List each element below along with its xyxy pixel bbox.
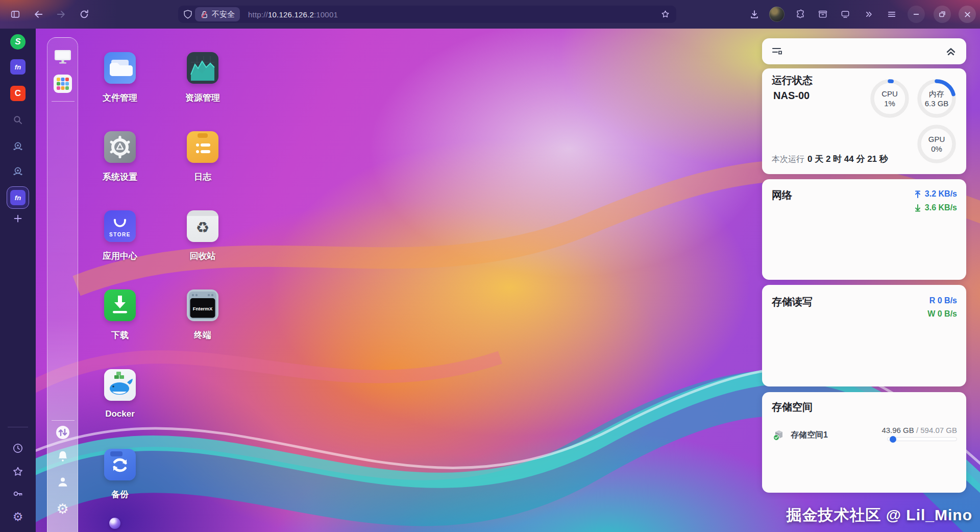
device-name: NAS-00 xyxy=(773,90,810,102)
security-chip-label: 不安全 xyxy=(212,10,235,19)
reload-button[interactable] xyxy=(76,6,93,23)
desktop-icon-app-center[interactable]: STORE 应用中心 xyxy=(84,210,156,262)
security-chip[interactable]: 不安全 xyxy=(195,7,240,21)
storage-separator: / xyxy=(916,426,918,434)
dock-transfer-icon[interactable] xyxy=(55,425,70,440)
forward-button[interactable] xyxy=(53,6,70,23)
network-card: 网络 3.2 KB/s 3.6 KB/s xyxy=(762,179,966,280)
desktop-icon-docker[interactable]: Docker xyxy=(84,369,156,419)
back-button[interactable] xyxy=(30,6,47,23)
storage-volume-name: 存储空间1 xyxy=(791,430,828,441)
dock-app-grid-icon[interactable] xyxy=(53,74,72,93)
bookmark-star-icon[interactable] xyxy=(660,10,670,19)
desktop-icon-recycle-bin[interactable]: ♻ 回收站 xyxy=(167,210,238,262)
url-host: 10.126.126.2 xyxy=(268,10,314,19)
desktop-icon-system-settings[interactable]: 系统设置 xyxy=(84,131,156,183)
uptime-label: 本次运行 xyxy=(772,155,804,163)
settings-gear-icon[interactable]: ⚙ xyxy=(13,510,23,523)
browser-toolbar: 不安全 http://10.126.126.2:10001 xyxy=(0,0,980,29)
gpu-value: 0% xyxy=(931,144,942,154)
terminal-icon: FntermX xyxy=(187,289,218,321)
dock-user-icon[interactable] xyxy=(55,474,70,490)
dock-divider-top xyxy=(52,101,75,102)
browser-window: 不安全 http://10.126.126.2:10001 xyxy=(0,0,980,532)
read-rate: R 0 B/s xyxy=(929,296,957,305)
tab-favicon-fnos-active[interactable]: fn xyxy=(7,186,29,209)
shield-icon[interactable] xyxy=(183,9,193,19)
disk-io-card-title: 存储读写 xyxy=(772,295,813,309)
archive-box-button[interactable] xyxy=(814,6,831,23)
gpu-ring: GPU0% xyxy=(916,124,957,164)
storage-progress-knob xyxy=(890,436,896,443)
close-button[interactable] xyxy=(959,6,976,23)
resource-monitor-icon xyxy=(187,52,218,84)
panel-toolbar-card xyxy=(762,38,966,64)
screen-share-button[interactable] xyxy=(837,6,854,23)
nas-dock: ⚙ xyxy=(47,37,78,532)
upload-arrow-icon xyxy=(914,190,921,198)
download-icon xyxy=(104,289,136,321)
search-icon[interactable] xyxy=(12,114,24,126)
desktop-icon-label: 文件管理 xyxy=(84,92,156,104)
storage-usage-text: 43.96 GB / 594.07 GB xyxy=(881,426,957,434)
storage-card: 存储空间 存储空间1 43.96 GB / 594.07 GB xyxy=(762,392,966,493)
store-badge-text: STORE xyxy=(104,232,136,237)
url-text[interactable]: http://10.126.126.2:10001 xyxy=(248,10,338,19)
extensions-puzzle-button[interactable] xyxy=(792,6,809,23)
storage-volume-icon xyxy=(772,428,786,442)
dock-notifications-bell-icon[interactable] xyxy=(55,449,70,464)
widget-sort-icon[interactable] xyxy=(772,46,784,57)
tab-favicon-webcam-1[interactable] xyxy=(11,140,24,153)
desktop-icon-file-manager[interactable]: 文件管理 xyxy=(84,52,156,104)
more-tools-chevrons[interactable] xyxy=(860,6,877,23)
file-manager-icon xyxy=(104,52,136,84)
dock-settings-gear-icon[interactable]: ⚙ xyxy=(56,501,68,517)
storage-volume-row[interactable]: 存储空间1 xyxy=(772,428,828,442)
passwords-key-icon[interactable] xyxy=(12,488,24,500)
assistant-floating-ball[interactable] xyxy=(109,518,120,529)
restore-button[interactable] xyxy=(934,6,951,23)
storage-used: 43.96 GB xyxy=(881,426,914,434)
tab-favicon-c[interactable]: C xyxy=(10,86,26,101)
url-scheme: http:// xyxy=(248,10,268,19)
cpu-value: 1% xyxy=(884,99,895,108)
tab-favicon-green-s[interactable]: S xyxy=(10,34,26,50)
desktop-icon-label: 应用中心 xyxy=(84,250,156,262)
logs-icon xyxy=(187,131,218,163)
downloads-button[interactable] xyxy=(746,6,763,23)
minimize-button[interactable] xyxy=(908,6,925,23)
desktop-icon-backup[interactable]: 备份 xyxy=(84,449,156,500)
browser-tab-sidebar: S fn C fn ⚙ xyxy=(0,29,36,532)
upload-rate: 3.2 KB/s xyxy=(925,189,957,199)
desktop-icon-logs[interactable]: 日志 xyxy=(167,131,238,183)
desktop-icon-label: 终端 xyxy=(167,329,238,341)
uptime-value: 0 天 2 时 44 分 21 秒 xyxy=(807,154,888,164)
network-upload-row: 3.2 KB/s xyxy=(914,189,957,199)
cpu-label: CPU xyxy=(881,89,898,99)
storage-card-title: 存储空间 xyxy=(772,400,813,414)
profile-avatar[interactable] xyxy=(769,7,785,22)
tab-favicon-webcam-2[interactable] xyxy=(11,165,24,178)
new-tab-button[interactable] xyxy=(12,213,23,224)
history-icon[interactable] xyxy=(12,443,24,454)
desktop-icon-resource-monitor[interactable]: 资源管理 xyxy=(167,52,238,104)
network-download-row: 3.6 KB/s xyxy=(914,203,957,212)
app-menu-button[interactable] xyxy=(883,6,900,23)
desktop-icon-terminal[interactable]: FntermX 终端 xyxy=(167,289,238,341)
url-port: :10001 xyxy=(314,10,338,19)
desktop-icon-label: 日志 xyxy=(167,171,238,183)
bookmarks-star-icon[interactable] xyxy=(12,466,24,478)
desktop-icon-download[interactable]: 下载 xyxy=(84,289,156,341)
sidebar-toggle-button[interactable] xyxy=(7,6,24,23)
collapse-chevron-up-icon[interactable] xyxy=(945,46,957,57)
dock-desktop-monitor-icon[interactable] xyxy=(53,48,72,65)
backup-icon xyxy=(104,449,136,480)
desktop-icon-label: Docker xyxy=(84,409,156,419)
desktop-icon-label: 下载 xyxy=(84,329,156,341)
address-bar[interactable]: 不安全 http://10.126.126.2:10001 xyxy=(178,6,676,23)
tab-favicon-fnos[interactable]: fn xyxy=(10,59,26,75)
uptime-row: 本次运行0 天 2 时 44 分 21 秒 xyxy=(772,153,888,165)
network-card-title: 网络 xyxy=(772,188,792,202)
disk-io-card: 存储读写 R 0 B/s W 0 B/s xyxy=(762,285,966,386)
desktop-icon-label: 系统设置 xyxy=(84,171,156,183)
